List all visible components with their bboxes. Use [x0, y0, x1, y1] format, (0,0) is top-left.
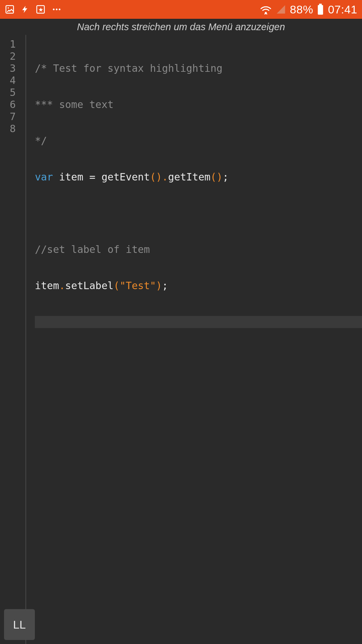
bolt-icon — [21, 4, 29, 14]
semi-token: ; — [223, 171, 229, 183]
hint-text: Nach rechts streichen um das Menü anzuze… — [77, 21, 285, 33]
status-right: 88% 07:41 — [260, 3, 357, 16]
status-bar: ★ 88% 07:41 — [0, 0, 362, 19]
hint-bar[interactable]: Nach rechts streichen um das Menü anzuze… — [0, 19, 362, 35]
cell-signal-icon — [276, 4, 286, 14]
code-line: //set label of item — [35, 244, 362, 256]
line-number: 5 — [0, 87, 25, 99]
code-line: var item = getEvent().getItem(); — [35, 171, 362, 183]
line-number: 3 — [0, 62, 25, 74]
op-token: = — [89, 171, 96, 183]
code-area[interactable]: /* Test for syntax highlighting *** some… — [26, 35, 362, 644]
svg-rect-0 — [6, 6, 14, 13]
line-number: 8 — [0, 123, 25, 135]
clock: 07:41 — [328, 3, 357, 16]
comment-token: */ — [35, 135, 47, 147]
image-icon — [5, 4, 15, 14]
paren-token: ( — [114, 280, 120, 291]
ident-token: getEvent — [102, 171, 150, 183]
string-token: "Test" — [120, 280, 156, 291]
paren-token: ( — [210, 171, 217, 183]
svg-rect-9 — [318, 5, 323, 15]
wifi-icon — [260, 4, 272, 14]
code-line — [35, 207, 362, 219]
paren-token: ) — [156, 171, 162, 183]
svg-text:★: ★ — [39, 7, 43, 12]
svg-point-5 — [56, 9, 58, 10]
svg-point-4 — [53, 9, 55, 10]
code-line: /* Test for syntax highlighting — [35, 62, 362, 74]
paren-token: ) — [217, 171, 223, 183]
line-number: 6 — [0, 99, 25, 111]
ll-label: LL — [13, 618, 26, 631]
code-line: item.setLabel("Test"); — [35, 280, 362, 292]
keyword-token: var — [35, 171, 53, 183]
svg-point-1 — [8, 7, 9, 9]
battery-icon — [317, 4, 324, 15]
comment-token: //set label of item — [35, 244, 150, 255]
ident-token: item — [35, 280, 59, 291]
more-icon — [52, 4, 62, 14]
code-editor[interactable]: 1 2 3 4 5 6 7 8 /* Test for syntax highl… — [0, 35, 362, 644]
status-left: ★ — [5, 4, 62, 14]
line-number-gutter: 1 2 3 4 5 6 7 8 — [0, 35, 26, 644]
ident-token: getItem — [168, 171, 210, 183]
dot-token: . — [59, 280, 65, 291]
comment-token: /* Test for syntax highlighting — [35, 62, 223, 74]
paren-token: ) — [156, 280, 162, 291]
ll-button[interactable]: LL — [4, 609, 35, 640]
line-number: 7 — [0, 111, 25, 123]
line-number: 1 — [0, 38, 25, 50]
ident-token: item — [59, 171, 83, 183]
code-line: *** some text — [35, 99, 362, 111]
svg-rect-8 — [319, 4, 322, 5]
line-number: 4 — [0, 74, 25, 87]
svg-point-7 — [265, 12, 267, 14]
battery-pct: 88% — [290, 3, 313, 16]
comment-token: *** some text — [35, 99, 114, 110]
semi-token: ; — [162, 280, 168, 291]
paren-token: ( — [150, 171, 156, 183]
code-line — [35, 316, 362, 328]
code-line: */ — [35, 135, 362, 147]
ident-token: setLabel — [65, 280, 114, 291]
svg-point-6 — [59, 9, 60, 10]
word-doc-icon: ★ — [36, 4, 46, 14]
dot-token: . — [162, 171, 168, 183]
line-number: 2 — [0, 50, 25, 62]
